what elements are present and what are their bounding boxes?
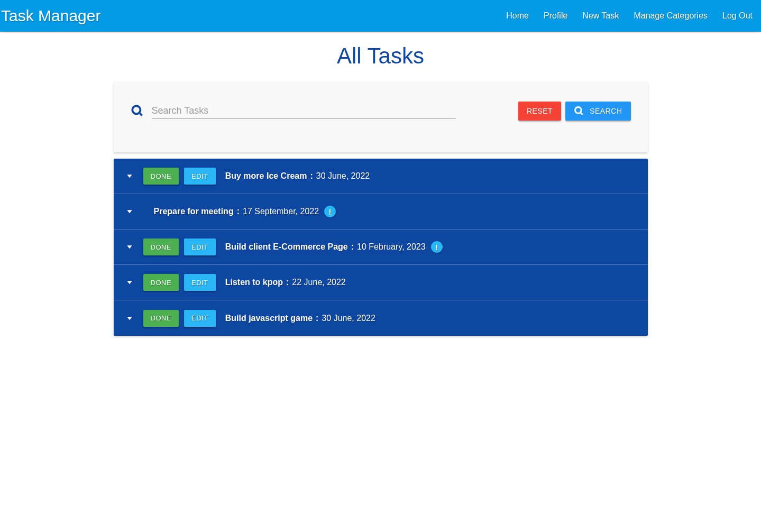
task-date: 17 September, 2022 [243, 207, 319, 216]
task-title: Prepare for meeting [154, 207, 234, 216]
nav-links: Home Profile New Task Manage Categories … [506, 11, 753, 21]
search-button[interactable]: SEARCH [565, 102, 630, 121]
task-title: Build javascript game [225, 314, 313, 323]
search-icon [574, 106, 584, 116]
chevron-down-icon[interactable] [125, 243, 134, 251]
svg-point-0 [132, 106, 140, 114]
reset-button[interactable]: RESET [518, 102, 561, 121]
done-button[interactable]: DONE [143, 168, 179, 185]
task-date: 22 June, 2022 [292, 278, 345, 287]
edit-button[interactable]: EDIT [184, 274, 216, 291]
edit-button[interactable]: EDIT [184, 310, 216, 327]
done-button[interactable]: DONE [143, 239, 179, 255]
search-icon [131, 104, 144, 118]
search-input-group [131, 103, 497, 119]
task-title: Build client E-Commerce Page [225, 242, 348, 252]
task-actions: DONEEDIT [143, 274, 216, 291]
task-row[interactable]: DONEEDITListen to kpop : 22 June, 2022 [114, 265, 648, 300]
chevron-down-icon[interactable] [125, 207, 134, 216]
task-row[interactable]: DONEEDITBuy more Ice Cream : 30 June, 20… [114, 159, 648, 194]
task-row[interactable]: DONEEDITBuild javascript game : 30 June,… [114, 300, 648, 336]
task-row[interactable]: DONEEDITBuild client E-Commerce Page : 1… [114, 230, 648, 265]
nav-home[interactable]: Home [506, 11, 529, 21]
task-actions: DONEEDIT [143, 310, 216, 327]
task-title: Listen to kpop [225, 278, 283, 287]
alert-icon: ! [431, 241, 443, 253]
task-text: Build javascript game : 30 June, 2022 [225, 314, 375, 323]
svg-point-2 [575, 107, 582, 114]
task-date: 30 June, 2022 [316, 171, 370, 181]
task-text: Listen to kpop : 22 June, 2022 [225, 278, 346, 287]
nav-manage-categories[interactable]: Manage Categories [634, 11, 708, 21]
main-container: All Tasks RESET SEARCH [114, 32, 648, 336]
svg-line-3 [581, 113, 583, 115]
task-text: Prepare for meeting : 17 September, 2022… [154, 206, 336, 217]
task-text: Build client E-Commerce Page : 10 Februa… [225, 241, 443, 253]
task-text: Buy more Ice Cream : 30 June, 2022 [225, 171, 370, 181]
brand-title[interactable]: Task Manager [0, 7, 100, 25]
page-title: All Tasks [114, 43, 648, 69]
task-title: Buy more Ice Cream [225, 171, 307, 181]
separator: : [237, 207, 240, 216]
task-actions: DONEEDIT [143, 239, 216, 255]
search-input[interactable] [152, 103, 456, 119]
separator: : [310, 171, 313, 181]
task-date: 30 June, 2022 [322, 314, 375, 323]
edit-button[interactable]: EDIT [184, 168, 216, 185]
done-button[interactable]: DONE [143, 274, 179, 291]
chevron-down-icon[interactable] [125, 172, 134, 180]
chevron-down-icon[interactable] [125, 314, 134, 323]
task-row[interactable]: Prepare for meeting : 17 September, 2022… [114, 194, 648, 230]
edit-button[interactable]: EDIT [184, 239, 216, 255]
task-actions: DONEEDIT [143, 168, 216, 185]
done-button[interactable]: DONE [143, 310, 179, 327]
nav-profile[interactable]: Profile [544, 11, 567, 21]
svg-line-1 [139, 113, 142, 115]
separator: : [351, 242, 354, 252]
nav-log-out[interactable]: Log Out [722, 11, 753, 21]
task-date: 10 February, 2023 [357, 242, 426, 252]
separator: : [286, 278, 289, 287]
search-buttons: RESET SEARCH [518, 102, 631, 121]
search-button-label: SEARCH [590, 107, 622, 115]
chevron-down-icon[interactable] [125, 278, 134, 287]
nav-new-task[interactable]: New Task [582, 11, 619, 21]
separator: : [316, 314, 318, 323]
task-list: DONEEDITBuy more Ice Cream : 30 June, 20… [114, 159, 648, 336]
alert-icon: ! [324, 206, 336, 217]
navbar: Task Manager Home Profile New Task Manag… [0, 0, 761, 32]
search-card: RESET SEARCH [114, 81, 648, 152]
